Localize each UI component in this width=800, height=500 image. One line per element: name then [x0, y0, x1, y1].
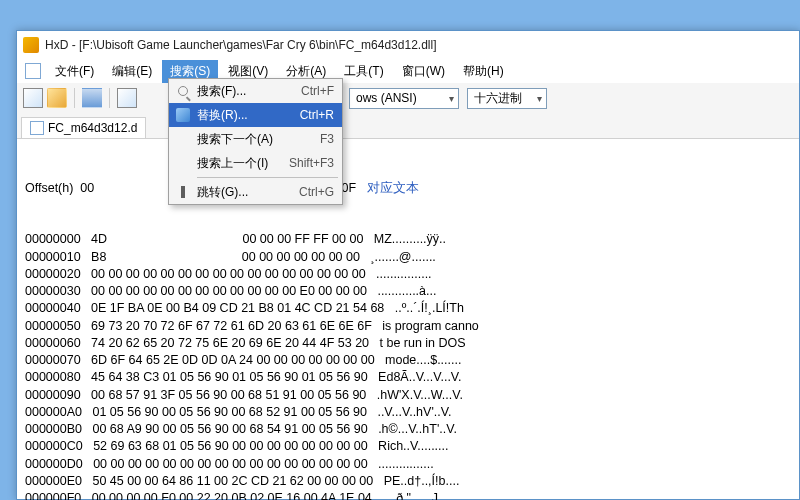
menu-item[interactable]: 跳转(G)...Ctrl+G [169, 180, 342, 204]
menu-window[interactable]: 窗口(W) [394, 60, 453, 83]
menubar: 文件(F) 编辑(E) 搜索(S) 视图(V) 分析(A) 工具(T) 窗口(W… [17, 59, 799, 83]
menu-item-shortcut: Ctrl+F [301, 84, 334, 98]
menu-item-label: 搜索下一个(A) [197, 131, 320, 148]
hex-row[interactable]: 00000020 00 00 00 00 00 00 00 00 00 00 0… [25, 266, 791, 283]
new-file-button[interactable] [23, 88, 43, 108]
menu-item-shortcut: F3 [320, 132, 334, 146]
app-icon [23, 37, 39, 53]
jump-icon [181, 186, 185, 198]
hex-row[interactable]: 000000A0 01 05 56 90 00 05 56 90 00 68 5… [25, 404, 791, 421]
menu-file[interactable]: 文件(F) [47, 60, 102, 83]
hex-row[interactable]: 00000080 45 64 38 C3 01 05 56 90 01 05 5… [25, 369, 791, 386]
menu-item[interactable]: 搜索(F)...Ctrl+F [169, 79, 342, 103]
open-file-button[interactable] [47, 88, 67, 108]
hex-row[interactable]: 000000E0 50 45 00 00 64 86 11 00 2C CD 2… [25, 473, 791, 490]
number-base-select[interactable]: 十六进制 [467, 88, 547, 109]
menu-item-label: 搜索上一个(I) [197, 155, 289, 172]
hex-row[interactable]: 000000F0 00 00 00 00 F0 00 22 20 0B 02 0… [25, 490, 791, 500]
menubar-app-icon [25, 63, 41, 79]
offset-header: Offset(h) [25, 181, 73, 195]
menu-item[interactable]: 替换(R)...Ctrl+R [169, 103, 342, 127]
file-tab-label: FC_m64d3d12.d [48, 121, 137, 135]
hex-editor[interactable]: Offset(h) 00 09 0A 0B 0C 0D 0E 0F 对应文本 0… [17, 139, 799, 500]
menu-tools[interactable]: 工具(T) [336, 60, 391, 83]
hex-row[interactable]: 00000040 0E 1F BA 0E 00 B4 09 CD 21 B8 0… [25, 300, 791, 317]
menu-item-label: 替换(R)... [197, 107, 300, 124]
toolbar-separator [74, 88, 75, 108]
hex-row[interactable]: 00000050 69 73 20 70 72 6F 67 72 61 6D 2… [25, 318, 791, 335]
hex-row[interactable]: 00000000 4D 00 00 00 FF FF 00 00 MZ.....… [25, 231, 791, 248]
hex-row[interactable]: 00000010 B8 00 00 00 00 00 00 00 ¸......… [25, 249, 791, 266]
replace-icon [176, 108, 190, 122]
menu-help[interactable]: 帮助(H) [455, 60, 512, 83]
window-title: HxD - [F:\Ubisoft Game Launcher\games\Fa… [45, 38, 437, 52]
toolbar: ows (ANSI) 十六进制 [17, 83, 799, 113]
save-button[interactable] [82, 88, 102, 108]
menu-item-shortcut: Shift+F3 [289, 156, 334, 170]
menu-item-label: 跳转(G)... [197, 184, 299, 201]
file-tab-icon [30, 121, 44, 135]
menu-edit[interactable]: 编辑(E) [104, 60, 160, 83]
hex-row[interactable]: 000000B0 00 68 A9 90 00 05 56 90 00 68 5… [25, 421, 791, 438]
hex-row[interactable]: 00000030 00 00 00 00 00 00 00 00 00 00 0… [25, 283, 791, 300]
titlebar: HxD - [F:\Ubisoft Game Launcher\games\Fa… [17, 31, 799, 59]
menu-item[interactable]: 搜索上一个(I)Shift+F3 [169, 151, 342, 175]
search-menu-dropdown: 搜索(F)...Ctrl+F替换(R)...Ctrl+R搜索下一个(A)F3搜索… [168, 78, 343, 205]
file-tab-bar: FC_m64d3d12.d [17, 113, 799, 139]
menu-item-shortcut: Ctrl+R [300, 108, 334, 122]
hex-row[interactable]: 00000090 00 68 57 91 3F 05 56 90 00 68 5… [25, 387, 791, 404]
menu-item[interactable]: 搜索下一个(A)F3 [169, 127, 342, 151]
hex-row[interactable]: 00000060 74 20 62 65 20 72 75 6E 20 69 6… [25, 335, 791, 352]
hex-row[interactable]: 00000070 6D 6F 64 65 2E 0D 0D 0A 24 00 0… [25, 352, 791, 369]
file-tab[interactable]: FC_m64d3d12.d [21, 117, 146, 138]
ascii-header: 对应文本 [367, 181, 419, 195]
toolbar-separator [109, 88, 110, 108]
menu-item-shortcut: Ctrl+G [299, 185, 334, 199]
encoding-select[interactable]: ows (ANSI) [349, 88, 459, 109]
hex-row[interactable]: 000000C0 52 69 63 68 01 05 56 90 00 00 0… [25, 438, 791, 455]
menu-item-label: 搜索(F)... [197, 83, 301, 100]
hex-row[interactable]: 000000D0 00 00 00 00 00 00 00 00 00 00 0… [25, 456, 791, 473]
app-window: HxD - [F:\Ubisoft Game Launcher\games\Fa… [16, 30, 800, 500]
undo-button[interactable] [117, 88, 137, 108]
search-icon [178, 86, 188, 96]
